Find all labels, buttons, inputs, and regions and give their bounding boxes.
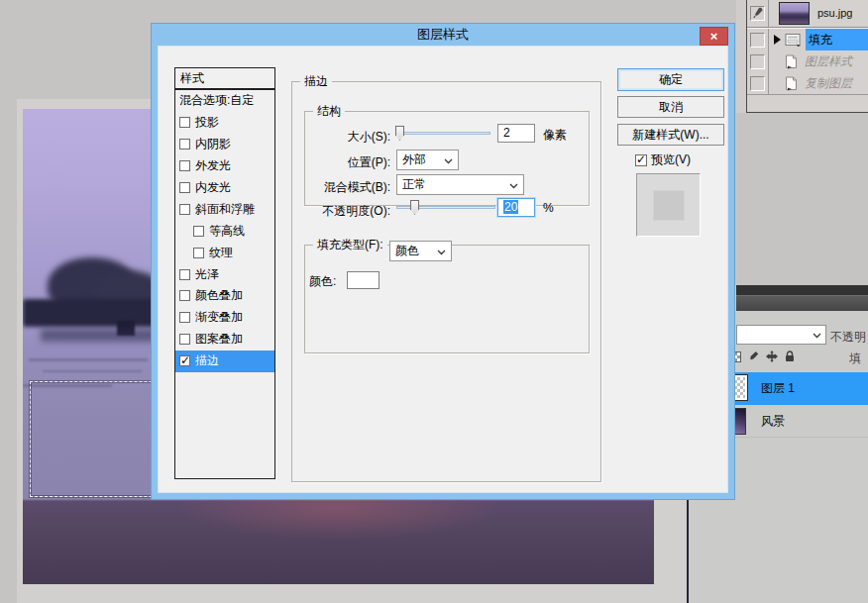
lock-pixels-brush-icon[interactable] (748, 351, 759, 362)
size-label: 大小(S): (307, 129, 390, 146)
current-state-triangle-icon (774, 35, 781, 45)
chevron-down-icon (437, 250, 446, 255)
checkbox-icon[interactable] (179, 160, 190, 171)
size-input[interactable]: 2 (497, 124, 535, 143)
position-dropdown[interactable]: 外部 (396, 150, 459, 170)
chevron-down-icon (813, 333, 821, 339)
checkbox-icon[interactable] (179, 269, 190, 280)
blend-mode-dropdown[interactable] (736, 325, 826, 345)
history-source-name[interactable]: psu.jpg (817, 7, 852, 19)
style-item-gradient-overlay[interactable]: 渐变叠加 (175, 307, 274, 329)
photoshop-workspace: { "dialog": { "title": "图层样式", "close": … (0, 0, 868, 603)
style-item-bevel-emboss[interactable]: 斜面和浮雕 (175, 198, 274, 220)
checkbox-icon[interactable] (179, 290, 190, 301)
checkbox-icon[interactable] (193, 226, 204, 237)
opacity-slider[interactable] (396, 200, 495, 215)
water-streak (43, 370, 142, 372)
history-state-label[interactable]: 图层样式 (802, 50, 868, 72)
checkbox-icon[interactable] (179, 312, 190, 323)
checkbox-checked-icon[interactable] (635, 154, 647, 166)
fill-type-group: 填充类型(F): 颜色 颜色: (304, 237, 590, 353)
stroke-group: 描边 结构 大小(S): 2 像素 位置(P): 外部 混合模式(B): 正常 … (291, 73, 601, 482)
checkbox-icon[interactable] (179, 117, 190, 128)
history-panel: psu.jpg 填充 图层样式 复制图层 (736, 0, 868, 113)
opacity-slider-thumb[interactable] (410, 200, 419, 215)
lock-position-move-icon[interactable] (766, 351, 778, 362)
lock-buttons-row (730, 349, 795, 364)
opacity-label: 不透明 (830, 329, 866, 346)
history-state-row[interactable]: 复制图层 (747, 72, 868, 94)
history-brush-well[interactable] (747, 0, 769, 27)
opacity-unit: % (543, 201, 554, 215)
style-item-texture[interactable]: 纹理 (175, 242, 274, 263)
style-item-inner-shadow[interactable]: 内阴影 (175, 134, 274, 155)
history-state-row[interactable]: 填充 (747, 29, 868, 50)
preview-checkbox-row[interactable]: 预览(V) (635, 151, 691, 168)
styles-list-header: 样式 (174, 67, 275, 89)
page-icon (785, 76, 798, 91)
history-panel-footer (747, 94, 868, 112)
style-item-outer-glow[interactable]: 外发光 (175, 155, 274, 177)
size-unit: 像素 (543, 127, 567, 144)
dialog-title[interactable]: 图层样式 (152, 24, 734, 46)
style-item-inner-glow[interactable]: 内发光 (175, 177, 274, 199)
style-item-drop-shadow[interactable]: 投影 (175, 112, 274, 134)
checkbox-icon[interactable] (179, 182, 190, 193)
style-item-pattern-overlay[interactable]: 图案叠加 (175, 329, 274, 351)
style-item-color-overlay[interactable]: 颜色叠加 (175, 285, 274, 307)
stroke-color-swatch[interactable] (347, 271, 380, 289)
size-slider[interactable] (396, 126, 490, 141)
history-source-row[interactable]: psu.jpg (747, 0, 868, 27)
cancel-button[interactable]: 取消 (617, 96, 724, 118)
lock-all-icon[interactable] (785, 351, 795, 362)
blend-mode-dropdown[interactable]: 正常 (396, 174, 524, 195)
checkbox-checked-icon[interactable] (179, 355, 190, 366)
fill-type-label: 填充类型(F): (313, 237, 387, 253)
opacity-label: 不透明度(O): (307, 203, 390, 220)
fill-type-dropdown[interactable]: 颜色 (389, 241, 452, 261)
layer-name[interactable]: 风景 (761, 405, 785, 438)
panel-tab-bar[interactable] (736, 295, 868, 311)
fill-label: 填 (849, 351, 861, 367)
checkbox-icon[interactable] (193, 248, 204, 258)
layer-name[interactable]: 图层 1 (761, 372, 795, 405)
preview-label: 预览(V) (651, 151, 691, 168)
position-label: 位置(P): (307, 154, 390, 171)
layer-style-dialog: 图层样式 × 样式 混合选项:自定 投影 内阴影 外发光 内发光 斜面和浮雕 等… (151, 23, 735, 500)
chevron-down-icon (444, 158, 453, 164)
color-label: 颜色: (309, 273, 336, 290)
blend-mode-label: 混合模式(B): (307, 179, 390, 196)
close-button[interactable]: × (700, 27, 728, 46)
style-preview-thumbnail (636, 173, 701, 237)
history-brush-icon (752, 7, 764, 19)
style-item-contour[interactable]: 等高线 (175, 220, 274, 242)
style-item-blending-options[interactable]: 混合选项:自定 (175, 90, 274, 112)
chevron-down-icon (509, 183, 518, 189)
checkbox-icon[interactable] (179, 139, 190, 150)
structure-group: 结构 大小(S): 2 像素 位置(P): 外部 混合模式(B): 正常 不透明… (304, 103, 590, 206)
panel-header-bar (736, 285, 868, 295)
page-icon (785, 54, 798, 69)
history-source-thumbnail[interactable] (779, 2, 810, 25)
stroke-group-title: 描边 (300, 73, 332, 90)
ok-button[interactable]: 确定 (617, 68, 724, 91)
style-item-satin[interactable]: 光泽 (175, 263, 274, 285)
water-streak (29, 358, 148, 361)
style-item-stroke[interactable]: 描边 (175, 351, 274, 372)
fill-state-icon (785, 33, 802, 47)
styles-list: 混合选项:自定 投影 内阴影 外发光 内发光 斜面和浮雕 等高线 纹理 光泽 颜… (174, 89, 275, 479)
history-state-label[interactable]: 填充 (806, 29, 868, 50)
new-style-button[interactable]: 新建样式(W)... (617, 124, 724, 146)
opacity-input[interactable]: 20 (497, 198, 535, 217)
history-state-row[interactable]: 图层样式 (747, 50, 868, 72)
size-slider-thumb[interactable] (395, 126, 404, 141)
history-state-label[interactable]: 复制图层 (802, 72, 868, 94)
checkbox-icon[interactable] (179, 204, 190, 215)
checkbox-icon[interactable] (179, 334, 190, 345)
